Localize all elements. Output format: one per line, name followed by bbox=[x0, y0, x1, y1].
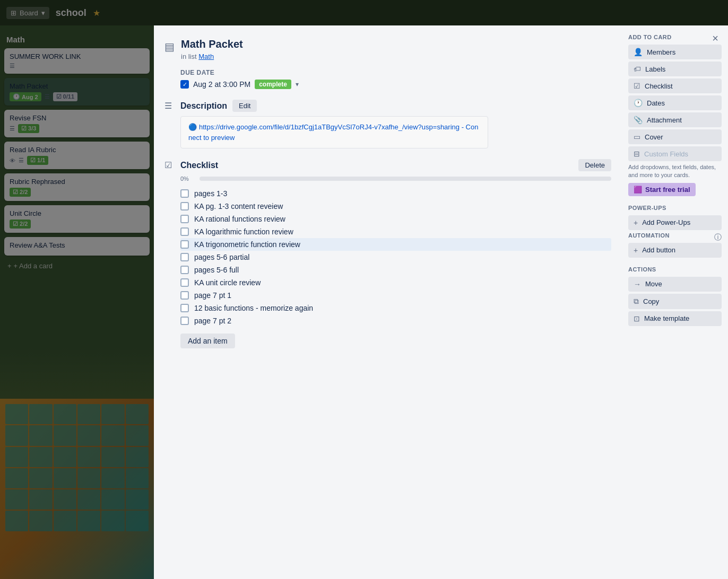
checklist-item: KA rational functions review bbox=[180, 213, 611, 225]
plus-power-icon: + bbox=[634, 218, 638, 227]
checklist-item: page 7 pt 2 bbox=[180, 314, 611, 327]
checkbox-8[interactable] bbox=[180, 291, 189, 300]
modal-close-button[interactable]: × bbox=[707, 30, 724, 47]
checklist-icon: ☑ bbox=[164, 160, 175, 170]
due-date-value: Aug 2 at 3:00 PM bbox=[193, 80, 250, 89]
checkbox-7[interactable] bbox=[180, 278, 189, 287]
labels-button[interactable]: 🏷 Labels bbox=[628, 62, 722, 76]
actions-label: Actions bbox=[628, 266, 722, 273]
progress-bar-background bbox=[200, 177, 611, 181]
automation-row: Automation ⓘ bbox=[628, 232, 722, 243]
custom-fields-button[interactable]: ⊟ Custom Fields bbox=[628, 146, 722, 161]
checklist-button[interactable]: ☑ Checklist bbox=[628, 78, 722, 93]
add-item-button[interactable]: Add an item bbox=[180, 334, 235, 348]
checklist-item-text: pages 5-6 partial bbox=[194, 253, 249, 261]
checkmark-icon: ✓ bbox=[183, 81, 187, 88]
checkbox-6[interactable] bbox=[180, 266, 189, 274]
make-template-button[interactable]: ⊡ Make template bbox=[628, 311, 722, 326]
move-label: Move bbox=[645, 280, 662, 288]
checklist-item: KA unit circle review bbox=[180, 276, 611, 289]
checkbox-9[interactable] bbox=[180, 304, 189, 312]
add-power-ups-button[interactable]: + Add Power-Ups bbox=[628, 215, 722, 230]
edit-description-button[interactable]: Edit bbox=[232, 100, 257, 112]
drive-icon: 🔵 bbox=[188, 123, 197, 131]
checkbox-2[interactable] bbox=[180, 215, 189, 223]
checkbox-5[interactable] bbox=[180, 253, 189, 261]
members-label: Members bbox=[647, 48, 675, 56]
description-section: ☰ Description Edit 🔵https://drive.google… bbox=[164, 100, 611, 148]
checklist-item: KA trigonometric function review bbox=[180, 238, 611, 251]
custom-fields-icon: ⊟ bbox=[634, 150, 640, 158]
start-trial-button[interactable]: 🟪 Start free trial bbox=[628, 183, 696, 196]
progress-row: 0% bbox=[180, 176, 611, 182]
copy-label: Copy bbox=[643, 297, 659, 305]
in-list-prefix: in list bbox=[181, 52, 197, 60]
due-date-chevron-button[interactable]: ▾ bbox=[296, 81, 299, 88]
move-icon: → bbox=[634, 280, 641, 288]
copy-icon: ⧉ bbox=[634, 297, 639, 306]
checklist-item-text: KA trigonometric function review bbox=[194, 240, 300, 249]
modal-sidebar: Add to card 👤 Members 🏷 Labels ☑ Checkli… bbox=[622, 25, 728, 579]
description-link[interactable]: 🔵https://drive.google.com/file/d/1bzfCgj… bbox=[180, 116, 488, 148]
attachment-label: Attachment bbox=[647, 116, 682, 124]
add-button-label: Add button bbox=[642, 246, 675, 254]
checklist-items-list: pages 1-3 KA pg. 1-3 content reveiew KA … bbox=[180, 187, 611, 327]
members-button[interactable]: 👤 Members bbox=[628, 45, 722, 59]
delete-checklist-button[interactable]: Delete bbox=[578, 159, 611, 171]
complete-badge[interactable]: complete bbox=[255, 80, 291, 89]
checklist-section: ☑ Checklist Delete 0% pages 1-3 bbox=[164, 159, 611, 348]
checklist-item-text: page 7 pt 2 bbox=[194, 317, 231, 325]
checklist-item: 12 basic functions - memorize again bbox=[180, 302, 611, 314]
checkbox-1[interactable] bbox=[180, 202, 189, 210]
add-power-ups-label: Add Power-Ups bbox=[642, 218, 690, 226]
members-icon: 👤 bbox=[634, 48, 643, 56]
checklist-header: Checklist Delete bbox=[180, 159, 611, 171]
automation-label: Automation bbox=[628, 232, 670, 239]
dates-label: Dates bbox=[647, 99, 665, 107]
checklist-item-text: 12 basic functions - memorize again bbox=[194, 304, 313, 312]
checklist-item-text: KA pg. 1-3 content reveiew bbox=[194, 202, 283, 210]
move-button[interactable]: → Move bbox=[628, 277, 722, 292]
checklist-item: pages 5-6 full bbox=[180, 264, 611, 276]
cover-label: Cover bbox=[645, 133, 663, 141]
checklist-item-text: pages 5-6 full bbox=[194, 266, 239, 274]
power-ups-label: Power-Ups bbox=[628, 205, 722, 211]
description-title: Description bbox=[180, 101, 227, 111]
add-button-button[interactable]: + Add button bbox=[628, 243, 722, 258]
checklist-item-text: KA unit circle review bbox=[194, 278, 261, 287]
description-icon: ☰ bbox=[164, 101, 175, 111]
card-header-icon: ▤ bbox=[164, 40, 175, 53]
info-icon: ⓘ bbox=[714, 233, 722, 242]
modal-header: ▤ Math Packet in list Math bbox=[164, 38, 611, 60]
due-date-checkbox[interactable]: ✓ bbox=[180, 80, 189, 89]
dates-button[interactable]: 🕐 Dates bbox=[628, 95, 722, 110]
checkbox-3[interactable] bbox=[180, 227, 189, 236]
checklist-item: KA pg. 1-3 content reveiew bbox=[180, 200, 611, 213]
modal-title-area: Math Packet in list Math bbox=[181, 38, 611, 60]
due-date-content: Due date ✓ Aug 2 at 3:00 PM complete ▾ bbox=[180, 69, 611, 89]
cover-icon: ▭ bbox=[634, 133, 640, 141]
checklist-sidebar-label: Checklist bbox=[645, 82, 673, 90]
attachment-icon: 📎 bbox=[634, 116, 643, 124]
progress-percent: 0% bbox=[180, 176, 195, 182]
in-list-link[interactable]: Math bbox=[198, 52, 214, 60]
cover-button[interactable]: ▭ Cover bbox=[628, 129, 722, 144]
checklist-item-text: KA rational functions review bbox=[194, 215, 285, 223]
description-header: Description Edit bbox=[180, 100, 611, 112]
copy-button[interactable]: ⧉ Copy bbox=[628, 294, 722, 309]
due-date-label: Due date bbox=[180, 69, 611, 76]
custom-fields-label: Custom Fields bbox=[644, 150, 688, 158]
checklist-item: page 7 pt 1 bbox=[180, 289, 611, 302]
checklist-sidebar-icon: ☑ bbox=[634, 82, 640, 90]
checkbox-0[interactable] bbox=[180, 189, 189, 198]
due-date-row: ✓ Aug 2 at 3:00 PM complete ▾ bbox=[180, 80, 611, 89]
plus-automation-icon: + bbox=[634, 246, 638, 255]
attachment-button[interactable]: 📎 Attachment bbox=[628, 112, 722, 127]
checkbox-4[interactable] bbox=[180, 240, 189, 249]
trial-icon: 🟪 bbox=[634, 186, 642, 194]
checklist-item-text: page 7 pt 1 bbox=[194, 291, 231, 300]
start-trial-label: Start free trial bbox=[645, 186, 690, 194]
make-template-label: Make template bbox=[644, 314, 689, 322]
checklist-content: Checklist Delete 0% pages 1-3 bbox=[180, 159, 611, 348]
checkbox-10[interactable] bbox=[180, 317, 189, 325]
